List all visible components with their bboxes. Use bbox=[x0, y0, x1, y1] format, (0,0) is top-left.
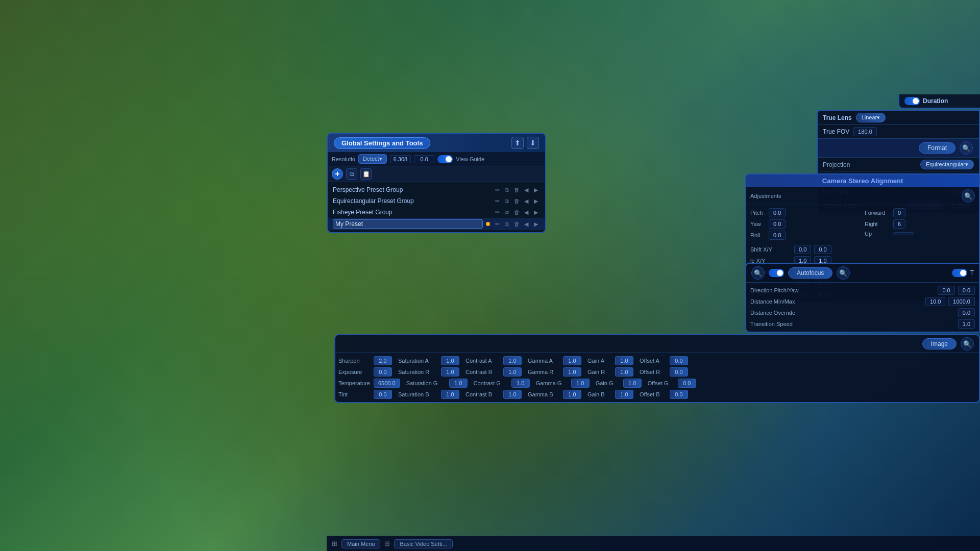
autofocus-panel: 🔍 Autofocus 🔍 T Direction Pitch/Yaw 0.0 … bbox=[745, 263, 980, 333]
true-lens-value-btn[interactable]: Linear▾ bbox=[856, 113, 886, 122]
next-preset-btn[interactable]: ▶ bbox=[532, 186, 540, 194]
gain-b-label: Gain B bbox=[587, 391, 613, 397]
view-guide-label: View Guide bbox=[456, 156, 484, 162]
gain-g-label: Gain G bbox=[596, 380, 621, 386]
autofocus-header: 🔍 Autofocus 🔍 T bbox=[746, 264, 979, 283]
right-label: Right bbox=[865, 221, 890, 227]
edit-mypreset-btn[interactable]: ✏ bbox=[493, 220, 501, 228]
preset-item-mypreset[interactable]: My Preset ✏ ⧉ 🗑 ◀ ▶ bbox=[328, 218, 545, 230]
prev-equirect-btn[interactable]: ◀ bbox=[522, 197, 530, 205]
cont-r-val: 1.0 bbox=[503, 367, 522, 377]
image-label-btn[interactable]: Image bbox=[922, 338, 957, 349]
gamma-g-label: Gamma G bbox=[536, 380, 569, 386]
edit-equirect-btn[interactable]: ✏ bbox=[493, 197, 501, 205]
projection-value-btn[interactable]: Equirectangular▾ bbox=[920, 160, 974, 169]
view-guide-toggle[interactable] bbox=[437, 155, 453, 163]
true-lens-label: True Lens bbox=[823, 114, 852, 121]
pitch-value: 0.0 bbox=[769, 208, 786, 217]
delete-mypreset-btn[interactable]: 🗑 bbox=[512, 220, 521, 228]
cont-a-label: Contrast A bbox=[465, 358, 501, 364]
next-equirect-btn[interactable]: ▶ bbox=[532, 197, 540, 205]
value-box-2: 0.0 bbox=[414, 155, 434, 163]
format-search-btn[interactable]: 🔍 bbox=[960, 141, 973, 155]
duration-toggle[interactable] bbox=[904, 97, 920, 105]
preset-name-fisheye: Fisheye Preset Group bbox=[333, 209, 490, 216]
gamma-r-label: Gamma R bbox=[528, 369, 561, 375]
preset-actions-equirect: ✏ ⧉ 🗑 ◀ ▶ bbox=[493, 197, 540, 205]
copy-icon-btn[interactable]: ⧉ bbox=[346, 168, 357, 180]
autofocus-right-search[interactable]: 🔍 bbox=[837, 266, 850, 280]
copy-equirect-btn[interactable]: ⧉ bbox=[503, 197, 511, 205]
bottom-bar-icon: ⊞ bbox=[332, 540, 337, 547]
up-label: Up bbox=[865, 231, 890, 237]
roll-label: Roll bbox=[750, 232, 766, 238]
gamma-b-label: Gamma B bbox=[528, 391, 561, 397]
roll-row: Roll 0.0 bbox=[750, 230, 861, 241]
pitch-label: Pitch bbox=[750, 210, 766, 216]
cont-g-val: 1.0 bbox=[511, 379, 530, 388]
preset-name-perspective: Perspective Preset Group bbox=[333, 186, 490, 193]
transition-speed-row: Transition Speed 1.0 bbox=[750, 318, 975, 330]
cont-b-val: 1.0 bbox=[503, 390, 522, 399]
global-settings-title-btn[interactable]: Global Settings and Tools bbox=[334, 137, 430, 149]
value-box-1: 6.308 bbox=[390, 155, 411, 163]
download-icon-btn[interactable]: ⬇ bbox=[527, 137, 539, 149]
duration-label: Duration bbox=[923, 97, 948, 105]
autofocus-toggle[interactable] bbox=[769, 269, 784, 277]
up-value bbox=[893, 232, 914, 235]
preset-actions-fisheye: ✏ ⧉ 🗑 ◀ ▶ bbox=[493, 208, 540, 216]
paste-icon-btn[interactable]: 📋 bbox=[360, 168, 372, 180]
delete-preset-btn[interactable]: 🗑 bbox=[512, 186, 521, 194]
direction-val2: 0.0 bbox=[958, 286, 975, 295]
next-mypreset-btn[interactable]: ▶ bbox=[532, 220, 540, 228]
adjustments-search-btn[interactable]: 🔍 bbox=[962, 189, 975, 203]
prev-preset-btn[interactable]: ◀ bbox=[522, 186, 530, 194]
add-preset-button[interactable]: + bbox=[332, 168, 343, 180]
delete-equirect-btn[interactable]: 🗑 bbox=[512, 197, 521, 205]
main-menu-btn[interactable]: Main Menu bbox=[341, 539, 380, 548]
delete-fisheye-btn[interactable]: 🗑 bbox=[512, 208, 521, 216]
copy-preset-btn[interactable]: ⧉ bbox=[503, 186, 511, 194]
prev-mypreset-btn[interactable]: ◀ bbox=[522, 220, 530, 228]
offset-a-label: Offset A bbox=[640, 358, 668, 364]
autofocus-left-search[interactable]: 🔍 bbox=[751, 266, 765, 280]
edit-preset-btn[interactable]: ✏ bbox=[493, 186, 501, 194]
next-fisheye-btn[interactable]: ▶ bbox=[532, 208, 540, 216]
roll-value: 0.0 bbox=[769, 231, 786, 240]
pitch-row: Pitch 0.0 bbox=[750, 207, 861, 218]
image-row-2: Exposure 0.0 Saturation R 1.0 Contrast R… bbox=[338, 366, 976, 378]
preset-item-equirect[interactable]: Equirectangular Preset Group ✏ ⧉ 🗑 ◀ ▶ bbox=[328, 195, 545, 207]
preset-item-fisheye[interactable]: Fisheye Preset Group ✏ ⧉ 🗑 ◀ ▶ bbox=[328, 207, 545, 218]
direction-label: Direction Pitch/Yaw bbox=[750, 287, 935, 293]
copy-fisheye-btn[interactable]: ⧉ bbox=[503, 208, 511, 216]
stereo-alignment-title: Camera Stereo Alignment bbox=[746, 174, 979, 187]
detect-button[interactable]: Detect▾ bbox=[358, 154, 387, 164]
offset-a-val: 0.0 bbox=[670, 356, 688, 365]
edit-fisheye-btn[interactable]: ✏ bbox=[493, 208, 501, 216]
preset-actions-mypreset: ✏ ⧉ 🗑 ◀ ▶ bbox=[493, 220, 540, 228]
yaw-row: Yaw 0.0 bbox=[750, 218, 861, 230]
direction-val1: 0.0 bbox=[938, 286, 954, 295]
yaw-value: 0.0 bbox=[769, 219, 786, 229]
autofocus-t-toggle[interactable] bbox=[952, 269, 967, 277]
upload-icon-btn[interactable]: ⬆ bbox=[511, 137, 524, 149]
copy-mypreset-btn[interactable]: ⧉ bbox=[503, 220, 511, 228]
distance-override-row: Distance Override 0.0 bbox=[750, 307, 975, 318]
autofocus-t-label: T bbox=[970, 269, 974, 277]
cont-a-val: 1.0 bbox=[503, 356, 522, 365]
autofocus-label-btn[interactable]: Autofocus bbox=[788, 267, 832, 279]
format-button[interactable]: Format bbox=[919, 142, 955, 154]
autofocus-toggle-t: T bbox=[952, 269, 974, 277]
basic-video-btn[interactable]: Basic Video Setti... bbox=[394, 539, 452, 548]
bottom-bar-separator-icon: ⊞ bbox=[384, 540, 390, 547]
image-search-btn[interactable]: 🔍 bbox=[961, 337, 974, 350]
true-lens-row: True Lens Linear▾ bbox=[818, 111, 979, 125]
sat-r-label: Saturation R bbox=[398, 369, 439, 375]
prev-fisheye-btn[interactable]: ◀ bbox=[522, 208, 530, 216]
offset-g-val: 0.0 bbox=[678, 379, 696, 388]
shift-xy-label: Shift X/Y bbox=[750, 246, 791, 253]
gain-b-val: 1.0 bbox=[615, 390, 633, 399]
preset-name-mypreset[interactable]: My Preset bbox=[333, 219, 483, 229]
preset-actions-perspective: ✏ ⧉ 🗑 ◀ ▶ bbox=[493, 186, 540, 194]
preset-item-perspective[interactable]: Perspective Preset Group ✏ ⧉ 🗑 ◀ ▶ bbox=[328, 184, 545, 195]
